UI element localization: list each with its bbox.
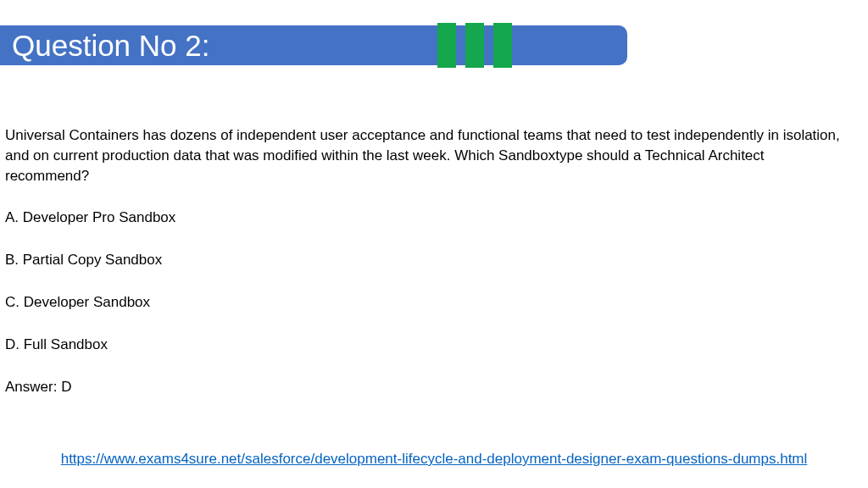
option-b: B. Partial Copy Sandbox bbox=[5, 250, 851, 270]
option-d: D. Full Sandbox bbox=[5, 335, 851, 355]
decorative-bars bbox=[437, 23, 512, 68]
question-text: Universal Containers has dozens of indep… bbox=[5, 125, 851, 186]
green-bar bbox=[437, 23, 456, 68]
option-a: A. Developer Pro Sandbox bbox=[5, 208, 851, 228]
footer-link-container: https://www.exams4sure.net/salesforce/de… bbox=[0, 451, 868, 468]
source-link[interactable]: https://www.exams4sure.net/salesforce/de… bbox=[61, 451, 808, 467]
option-c: C. Developer Sandbox bbox=[5, 292, 851, 313]
question-title: Question No 2: bbox=[12, 29, 209, 63]
green-bar bbox=[493, 23, 512, 68]
green-bar bbox=[465, 23, 484, 68]
question-content: Universal Containers has dozens of indep… bbox=[5, 125, 851, 396]
answer-text: Answer: D bbox=[5, 377, 851, 397]
title-bar: Question No 2: bbox=[0, 25, 627, 65]
